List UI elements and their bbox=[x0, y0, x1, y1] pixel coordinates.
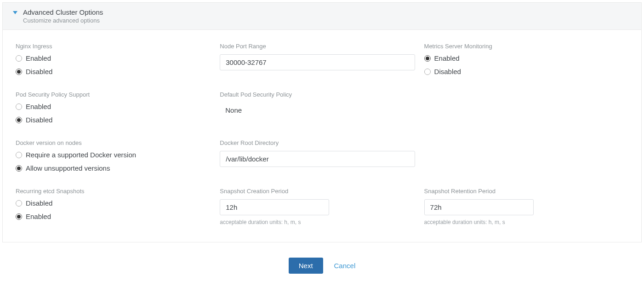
radio-label: Enabled bbox=[26, 103, 51, 110]
snapshot-retention-hint: acceptable duration units: h, m, s bbox=[424, 219, 619, 225]
nginx-ingress-enabled-option[interactable]: Enabled bbox=[16, 54, 211, 62]
nginx-ingress-disabled-option[interactable]: Disabled bbox=[16, 68, 211, 75]
snapshot-retention-group: Snapshot Retention Period acceptable dur… bbox=[424, 188, 628, 225]
metrics-server-enabled-option[interactable]: Enabled bbox=[424, 54, 619, 62]
panel-subtitle: Customize advanced options bbox=[23, 17, 632, 24]
node-port-range-label: Node Port Range bbox=[220, 43, 415, 50]
form-row: Docker version on nodes Require a suppor… bbox=[16, 139, 628, 172]
radio-label: Allow unsupported versions bbox=[26, 164, 110, 172]
panel-body: Nginx Ingress Enabled Disabled Node Port… bbox=[3, 30, 641, 242]
radio-icon bbox=[16, 69, 22, 75]
docker-version-allow-option[interactable]: Allow unsupported versions bbox=[16, 164, 211, 172]
docker-version-label: Docker version on nodes bbox=[16, 139, 211, 146]
radio-label: Enabled bbox=[26, 213, 51, 220]
etcd-snapshots-disabled-option[interactable]: Disabled bbox=[16, 199, 211, 207]
radio-label: Require a supported Docker version bbox=[26, 151, 136, 159]
radio-label: Enabled bbox=[26, 54, 51, 62]
metrics-server-label: Metrics Server Monitoring bbox=[424, 43, 619, 50]
radio-label: Disabled bbox=[26, 116, 52, 124]
radio-label: Disabled bbox=[434, 68, 461, 75]
snapshot-creation-input[interactable] bbox=[220, 199, 329, 215]
form-row: Recurring etcd Snapshots Disabled Enable… bbox=[16, 188, 628, 225]
etcd-snapshots-label: Recurring etcd Snapshots bbox=[16, 188, 211, 195]
radio-icon bbox=[16, 165, 22, 172]
metrics-server-group: Metrics Server Monitoring Enabled Disabl… bbox=[424, 43, 628, 75]
etcd-snapshots-enabled-option[interactable]: Enabled bbox=[16, 213, 211, 220]
next-button[interactable]: Next bbox=[289, 258, 323, 274]
pod-security-enabled-option[interactable]: Enabled bbox=[16, 103, 211, 110]
radio-icon bbox=[424, 55, 431, 62]
radio-icon bbox=[16, 152, 22, 158]
snapshot-retention-label: Snapshot Retention Period bbox=[424, 188, 619, 195]
pod-security-label: Pod Security Policy Support bbox=[16, 91, 211, 98]
docker-root-label: Docker Root Directory bbox=[220, 139, 415, 146]
snapshot-creation-label: Snapshot Creation Period bbox=[220, 188, 415, 195]
node-port-range-group: Node Port Range bbox=[220, 43, 424, 75]
docker-root-input[interactable] bbox=[220, 151, 415, 167]
snapshot-creation-hint: acceptable duration units: h, m, s bbox=[220, 219, 415, 225]
empty-col bbox=[424, 91, 628, 124]
metrics-server-disabled-option[interactable]: Disabled bbox=[424, 68, 619, 75]
nginx-ingress-group: Nginx Ingress Enabled Disabled bbox=[16, 43, 220, 75]
form-row: Pod Security Policy Support Enabled Disa… bbox=[16, 91, 628, 124]
docker-root-group: Docker Root Directory bbox=[220, 139, 424, 172]
snapshot-creation-group: Snapshot Creation Period acceptable dura… bbox=[220, 188, 424, 225]
nginx-ingress-label: Nginx Ingress bbox=[16, 43, 211, 50]
node-port-range-input[interactable] bbox=[220, 54, 415, 70]
docker-version-group: Docker version on nodes Require a suppor… bbox=[16, 139, 220, 172]
pod-security-group: Pod Security Policy Support Enabled Disa… bbox=[16, 91, 220, 124]
footer: Next Cancel bbox=[0, 245, 644, 278]
default-pod-security-label: Default Pod Security Policy bbox=[220, 91, 415, 98]
etcd-snapshots-group: Recurring etcd Snapshots Disabled Enable… bbox=[16, 188, 220, 225]
radio-icon bbox=[16, 55, 22, 62]
radio-label: Disabled bbox=[26, 68, 52, 75]
radio-label: Enabled bbox=[434, 54, 460, 62]
advanced-cluster-options-panel: Advanced Cluster Options Customize advan… bbox=[2, 2, 642, 242]
pod-security-disabled-option[interactable]: Disabled bbox=[16, 116, 211, 124]
cancel-button[interactable]: Cancel bbox=[334, 262, 356, 270]
radio-icon bbox=[16, 213, 22, 220]
docker-version-require-option[interactable]: Require a supported Docker version bbox=[16, 151, 211, 159]
radio-icon bbox=[424, 69, 431, 75]
panel-title: Advanced Cluster Options bbox=[23, 8, 632, 16]
form-row: Nginx Ingress Enabled Disabled Node Port… bbox=[16, 43, 628, 75]
chevron-down-icon bbox=[13, 11, 17, 14]
empty-col bbox=[424, 139, 628, 172]
default-pod-security-value: None bbox=[220, 103, 415, 118]
radio-label: Disabled bbox=[26, 199, 52, 207]
default-pod-security-group: Default Pod Security Policy None bbox=[220, 91, 424, 124]
radio-icon bbox=[16, 200, 22, 207]
radio-icon bbox=[16, 104, 22, 110]
panel-header[interactable]: Advanced Cluster Options Customize advan… bbox=[3, 3, 641, 30]
snapshot-retention-input[interactable] bbox=[424, 199, 534, 215]
radio-icon bbox=[16, 117, 22, 123]
